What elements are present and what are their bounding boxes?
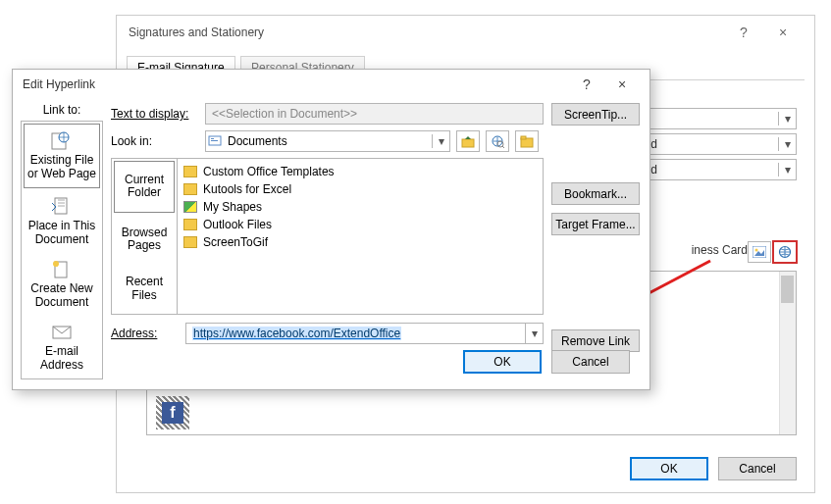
chevron-down-icon: ▾: [778, 112, 796, 126]
up-one-level-button[interactable]: [456, 130, 480, 152]
folder-icon: [183, 236, 197, 248]
look-in-value: Documents: [224, 134, 432, 148]
signatures-help-button[interactable]: ?: [724, 25, 763, 40]
globe-page-icon: [50, 131, 74, 151]
linkto-item-label: Create New Document: [24, 282, 100, 308]
linkto-place-in-doc[interactable]: Place in This Document: [22, 190, 102, 253]
signatures-title: Signatures and Stationery: [129, 25, 724, 39]
browse-tabs: Current Folder Browsed Pages Recent File…: [111, 158, 178, 315]
linkto-item-label: E-mail Address: [24, 345, 100, 371]
btab-recent-files[interactable]: Recent Files: [112, 264, 177, 314]
facebook-icon: f: [162, 402, 183, 424]
browse-area: Current Folder Browsed Pages Recent File…: [111, 158, 544, 315]
svg-point-1: [755, 249, 758, 252]
btab-current-folder[interactable]: Current Folder: [114, 161, 175, 213]
hyperlink-titlebar: Edit Hyperlink ? ×: [13, 70, 649, 99]
signatures-ok-button[interactable]: OK: [630, 457, 708, 480]
look-in-label: Look in:: [111, 134, 199, 148]
documents-folder-icon: [206, 133, 224, 150]
chevron-down-icon: ▾: [778, 137, 796, 151]
link-to-label: Link to:: [21, 103, 103, 117]
hyperlink-title: Edit Hyperlink: [23, 77, 569, 91]
linkto-existing-file[interactable]: Existing File or Web Page: [24, 124, 100, 188]
svg-line-16: [502, 146, 504, 148]
text-to-display-label: Text to display:: [111, 107, 199, 121]
hyperlink-body: Link to: Existing File or Web Page Place…: [13, 99, 649, 389]
look-in-combo[interactable]: Documents ▾: [205, 130, 450, 152]
signatures-dropdown-2[interactable]: Card▾: [625, 133, 797, 155]
svg-rect-13: [462, 139, 474, 147]
bookmark-button[interactable]: Bookmark...: [551, 182, 640, 205]
hyperlink-main-area: ScreenTip... Bookmark... Target Frame...…: [111, 103, 640, 381]
facebook-image-selected[interactable]: f: [156, 396, 189, 429]
linkto-email-address[interactable]: E-mail Address: [22, 316, 102, 378]
address-input[interactable]: https://www.facebook.com/ExtendOffice ▾: [185, 323, 544, 344]
text-to-display-input[interactable]: <<Selection in Document>>: [205, 103, 544, 125]
signatures-footer: OK Cancel: [630, 457, 797, 480]
file-item[interactable]: My Shapes: [183, 198, 537, 216]
file-list[interactable]: Custom Office Templates Kutools for Exce…: [178, 158, 544, 315]
hyperlink-footer: OK Cancel: [463, 350, 630, 374]
file-item[interactable]: ScreenToGif: [183, 233, 537, 251]
screentip-button[interactable]: ScreenTip...: [551, 103, 640, 126]
folder-icon: [183, 166, 197, 177]
address-label: Address:: [111, 327, 180, 340]
target-frame-button[interactable]: Target Frame...: [551, 213, 640, 235]
hyperlink-icon-button[interactable]: [773, 241, 797, 263]
image-icon-button[interactable]: [748, 241, 771, 263]
link-to-list: Existing File or Web Page Place in This …: [21, 121, 103, 379]
svg-rect-18: [521, 136, 526, 139]
signatures-titlebar: Signatures and Stationery ? ×: [117, 16, 814, 49]
signatures-dropdown-3[interactable]: Card▾: [625, 159, 797, 180]
remove-link-button[interactable]: Remove Link: [551, 329, 640, 352]
file-item[interactable]: Kutools for Excel: [183, 180, 537, 198]
signatures-cancel-button[interactable]: Cancel: [718, 457, 797, 480]
hyperlink-close-button[interactable]: ×: [604, 76, 640, 92]
browse-file-button[interactable]: [515, 130, 539, 152]
svg-rect-12: [211, 140, 218, 141]
folder-icon: [183, 219, 197, 230]
svg-rect-11: [211, 138, 214, 139]
edit-hyperlink-dialog: Edit Hyperlink ? × Link to: Existing Fil…: [12, 69, 650, 390]
chevron-down-icon: ▾: [432, 134, 449, 148]
hyperlink-help-button[interactable]: ?: [569, 76, 604, 92]
link-to-column: Link to: Existing File or Web Page Place…: [21, 103, 103, 381]
browse-web-button[interactable]: [486, 130, 509, 152]
file-item[interactable]: Custom Office Templates: [183, 163, 537, 180]
document-bookmark-icon: [50, 197, 74, 217]
signatures-dropdown-1[interactable]: om▾: [625, 108, 797, 129]
envelope-icon: [50, 323, 74, 342]
file-item[interactable]: Outlook Files: [183, 216, 537, 233]
hyperlink-side-buttons: ScreenTip... Bookmark... Target Frame...…: [551, 103, 640, 352]
btab-browsed-pages[interactable]: Browsed Pages: [112, 215, 177, 265]
hyperlink-ok-button[interactable]: OK: [463, 350, 542, 374]
scrollbar-thumb[interactable]: [781, 276, 794, 303]
hyperlink-cancel-button[interactable]: Cancel: [551, 350, 630, 374]
address-value: https://www.facebook.com/ExtendOffice: [192, 327, 401, 340]
signatures-close-button[interactable]: ×: [763, 25, 803, 40]
new-document-icon: [50, 260, 74, 279]
linkto-item-label: Place in This Document: [24, 220, 100, 245]
chevron-down-icon[interactable]: ▾: [525, 324, 543, 343]
linkto-item-label: Existing File or Web Page: [26, 154, 97, 179]
shapes-folder-icon: [183, 201, 197, 213]
chevron-down-icon: ▾: [778, 163, 796, 176]
editor-scrollbar[interactable]: [779, 272, 796, 434]
folder-icon: [183, 183, 197, 195]
linkto-create-new[interactable]: Create New Document: [22, 253, 102, 316]
business-card-label: iness Card: [692, 243, 748, 257]
